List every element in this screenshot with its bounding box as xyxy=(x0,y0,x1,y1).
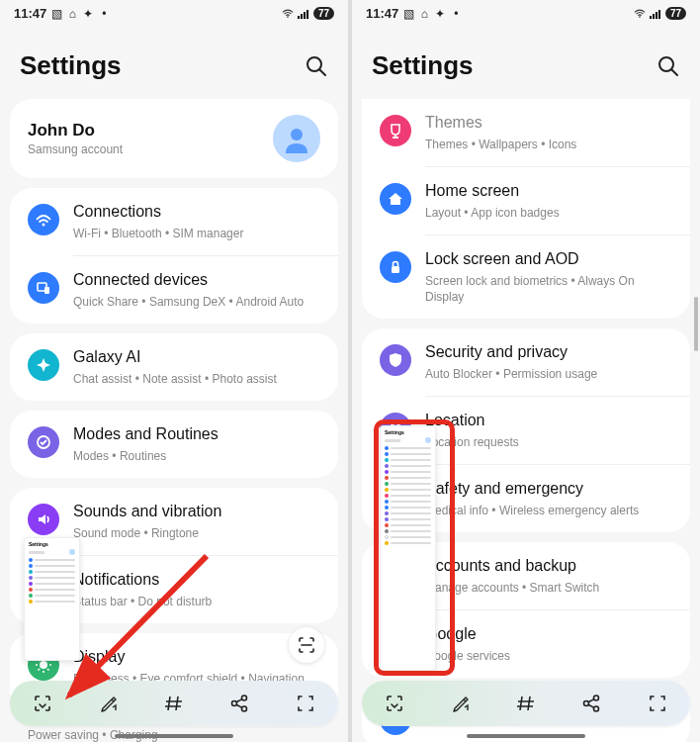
shield-icon xyxy=(380,344,411,376)
svg-rect-27 xyxy=(393,137,398,139)
item-title: Google xyxy=(425,624,672,645)
item-sub: Wi-Fi • Bluetooth • SIM manager xyxy=(73,226,320,241)
gesture-bar-r xyxy=(467,734,585,738)
item-sub: Auto Blocker • Permission usage xyxy=(425,366,672,382)
svg-point-8 xyxy=(43,224,45,227)
svg-line-18 xyxy=(236,699,242,702)
account-name: John Do xyxy=(28,121,123,140)
ai-icon xyxy=(28,349,59,381)
wifi-status-icon xyxy=(634,8,646,20)
smart-select-pill[interactable] xyxy=(289,627,324,663)
gallery-status-icon: ▧ xyxy=(50,8,62,20)
svg-rect-21 xyxy=(650,16,652,19)
svg-line-19 xyxy=(236,704,242,707)
scroll-capture-button[interactable] xyxy=(376,685,413,722)
item-sub: Manage accounts • Smart Switch xyxy=(425,580,672,596)
draw-button[interactable] xyxy=(442,685,480,722)
item-title: Connected devices xyxy=(73,270,320,291)
account-card[interactable]: John Do Samsung account xyxy=(10,99,338,178)
gallery-status-icon: ▧ xyxy=(402,8,414,20)
crop-expand-button[interactable] xyxy=(287,685,324,722)
item-sub: Medical info • Wireless emergency alerts xyxy=(425,503,672,518)
message-status-icon: ✦ xyxy=(82,8,94,20)
page-header: Settings xyxy=(0,23,348,99)
share-button[interactable] xyxy=(572,685,610,722)
sound-icon xyxy=(28,504,59,535)
signal-status-icon xyxy=(650,8,661,20)
item-title: Notifications xyxy=(73,570,320,591)
item-title: Display xyxy=(73,647,320,668)
item-title: Accounts and backup xyxy=(425,556,672,577)
svg-rect-10 xyxy=(44,287,49,294)
home-status-icon: ⌂ xyxy=(66,8,78,20)
item-title: Security and privacy xyxy=(425,342,672,363)
search-button-r[interactable] xyxy=(656,54,680,78)
svg-rect-28 xyxy=(392,266,399,273)
right-phone: 11:47 ▧ ⌂ ✦ • 77 Settings ThemesThemes •… xyxy=(352,0,700,742)
settings-item-wifi[interactable]: ConnectionsWi-Fi • Bluetooth • SIM manag… xyxy=(10,188,338,255)
screenshot-thumbnail-tall[interactable]: Settings xyxy=(380,425,436,671)
item-title: Sounds and vibration xyxy=(73,502,320,522)
dot-status-icon: • xyxy=(450,8,462,20)
share-button[interactable] xyxy=(220,685,258,722)
item-sub: Quick Share • Samsung DeX • Android Auto xyxy=(73,294,320,310)
svg-rect-4 xyxy=(306,10,308,19)
status-bar-r: 11:47 ▧ ⌂ ✦ • 77 xyxy=(352,0,700,23)
item-title: Themes xyxy=(425,113,672,134)
item-title: Lock screen and AOD xyxy=(425,249,672,270)
item-sub: Google services xyxy=(425,648,672,664)
svg-point-20 xyxy=(639,16,641,18)
svg-point-13 xyxy=(40,661,47,669)
screenshot-toolbar xyxy=(10,681,338,726)
item-title: Modes and Routines xyxy=(73,424,320,445)
status-time-r: 11:47 xyxy=(366,6,398,21)
scroll-capture-button[interactable] xyxy=(24,685,61,722)
dot-status-icon: • xyxy=(98,8,110,20)
status-time: 11:47 xyxy=(14,6,46,21)
draw-button[interactable] xyxy=(90,685,128,722)
settings-item-themes[interactable]: ThemesThemes • Wallpapers • Icons xyxy=(362,99,690,166)
item-title: Safety and emergency xyxy=(425,479,672,500)
svg-point-0 xyxy=(287,16,289,18)
item-sub: Sound mode • Ringtone xyxy=(73,525,320,541)
screenshot-toolbar-r xyxy=(362,681,690,726)
wifi-status-icon xyxy=(282,8,294,20)
svg-rect-22 xyxy=(653,14,655,19)
tag-button[interactable] xyxy=(507,685,545,722)
settings-item-home[interactable]: Home screenLayout • App icon badges xyxy=(362,167,690,234)
tag-button[interactable] xyxy=(155,685,193,722)
left-phone: 11:47 ▧ ⌂ ✦ • 77 Settings John Do Samsun… xyxy=(0,0,348,742)
svg-point-7 xyxy=(291,129,303,140)
svg-rect-1 xyxy=(298,16,300,19)
svg-rect-2 xyxy=(301,14,303,19)
svg-rect-23 xyxy=(656,12,657,19)
svg-line-41 xyxy=(588,704,594,707)
search-button[interactable] xyxy=(305,54,328,78)
item-title: Galaxy AI xyxy=(73,347,320,368)
message-status-icon: ✦ xyxy=(434,8,446,20)
themes-icon xyxy=(380,115,411,146)
svg-rect-24 xyxy=(658,10,660,19)
settings-item-lock[interactable]: Lock screen and AODScreen lock and biome… xyxy=(362,235,690,319)
crop-expand-button[interactable] xyxy=(639,685,676,722)
screenshot-thumbnail[interactable]: Settings xyxy=(24,537,80,661)
devices-icon xyxy=(28,272,59,304)
gesture-bar xyxy=(115,734,233,738)
wifi-icon xyxy=(28,204,59,235)
item-sub: Themes • Wallpapers • Icons xyxy=(425,137,672,152)
settings-group: ConnectionsWi-Fi • Bluetooth • SIM manag… xyxy=(10,188,338,324)
battery-status: 77 xyxy=(313,7,334,20)
item-sub: Status bar • Do not disturb xyxy=(73,594,320,609)
item-sub: Screen lock and biometrics • Always On D… xyxy=(425,273,672,305)
settings-item-devices[interactable]: Connected devicesQuick Share • Samsung D… xyxy=(10,256,338,324)
settings-item-ai[interactable]: Galaxy AIChat assist • Note assist • Pho… xyxy=(10,333,338,401)
settings-item-shield[interactable]: Security and privacyAuto Blocker • Permi… xyxy=(362,328,690,396)
battery-status-r: 77 xyxy=(665,7,686,20)
svg-line-6 xyxy=(320,69,326,75)
item-title: Home screen xyxy=(425,181,672,202)
account-sub: Samsung account xyxy=(28,142,123,156)
item-sub: Layout • App icon badges xyxy=(425,205,672,221)
item-sub: Chat assist • Note assist • Photo assist xyxy=(73,371,320,387)
settings-item-modes[interactable]: Modes and RoutinesModes • Routines xyxy=(10,411,338,478)
scroll-indicator xyxy=(694,297,698,351)
